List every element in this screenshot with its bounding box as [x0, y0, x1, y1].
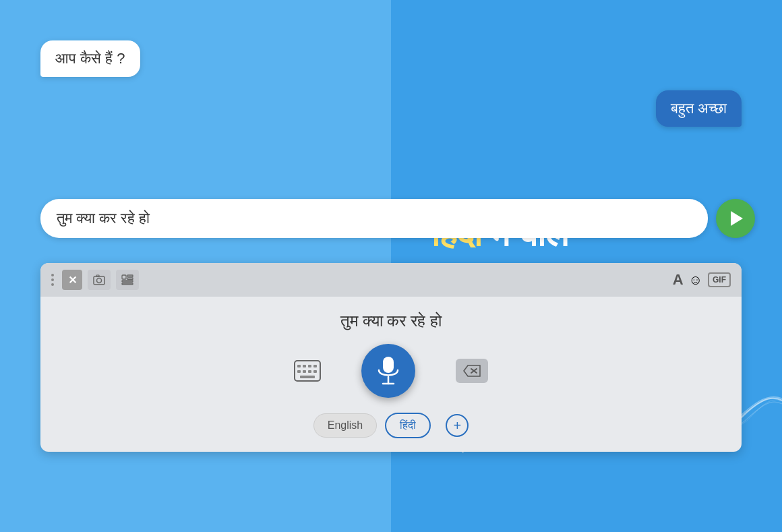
svg-rect-10 [303, 365, 306, 367]
bubble-right-1: बहुत अच्छा [656, 90, 742, 127]
emoji-icon-button[interactable]: ☺ [689, 272, 702, 288]
add-language-button[interactable]: + [446, 414, 469, 437]
keyboard-toolbar: ✕ A ☺ GIF [40, 263, 742, 297]
dot-2 [51, 278, 54, 281]
svg-rect-12 [313, 365, 317, 367]
delete-button[interactable] [456, 359, 488, 383]
svg-rect-15 [308, 370, 311, 373]
gif-button[interactable]: GIF [708, 272, 731, 287]
input-row: तुम क्या कर रहे हो [40, 199, 755, 238]
voice-recognition-text: तुम क्या कर रहे हो [40, 297, 742, 337]
keyboard-close-button[interactable]: ✕ [62, 270, 82, 290]
keyboard-switch-button[interactable] [294, 360, 321, 382]
svg-rect-13 [297, 370, 301, 373]
svg-rect-3 [122, 275, 126, 279]
svg-rect-17 [300, 376, 315, 378]
svg-rect-6 [122, 280, 133, 282]
chat-area: आप कैसे हैं ? बहुत अच्छा [40, 40, 742, 127]
microphone-button[interactable] [361, 344, 415, 398]
language-selector: English हिंदी + [40, 405, 742, 438]
keyboard-panel: ✕ A ☺ GIF तुम क्या कर रहे हो [40, 263, 742, 452]
svg-rect-9 [297, 365, 301, 367]
svg-rect-5 [127, 278, 133, 280]
svg-rect-14 [303, 370, 306, 373]
drag-handle [51, 274, 54, 286]
mic-area [40, 337, 742, 405]
bubble-left-1: आप कैसे हैं ? [40, 40, 140, 77]
font-icon-button[interactable]: A [673, 271, 684, 289]
send-button[interactable] [716, 199, 755, 238]
hindi-lang-button[interactable]: हिंदी [385, 413, 431, 438]
grid-icon-button[interactable] [116, 270, 139, 290]
svg-point-1 [97, 278, 102, 283]
svg-rect-4 [127, 275, 133, 277]
send-arrow-icon [731, 211, 743, 226]
svg-rect-11 [308, 365, 311, 367]
dot-1 [51, 274, 54, 276]
message-input[interactable]: तुम क्या कर रहे हो [40, 199, 708, 238]
svg-rect-7 [122, 283, 133, 285]
svg-rect-18 [383, 357, 394, 373]
camera-icon-button[interactable] [88, 270, 111, 290]
svg-rect-16 [313, 370, 317, 373]
english-lang-button[interactable]: English [313, 413, 377, 438]
dot-3 [51, 283, 54, 286]
